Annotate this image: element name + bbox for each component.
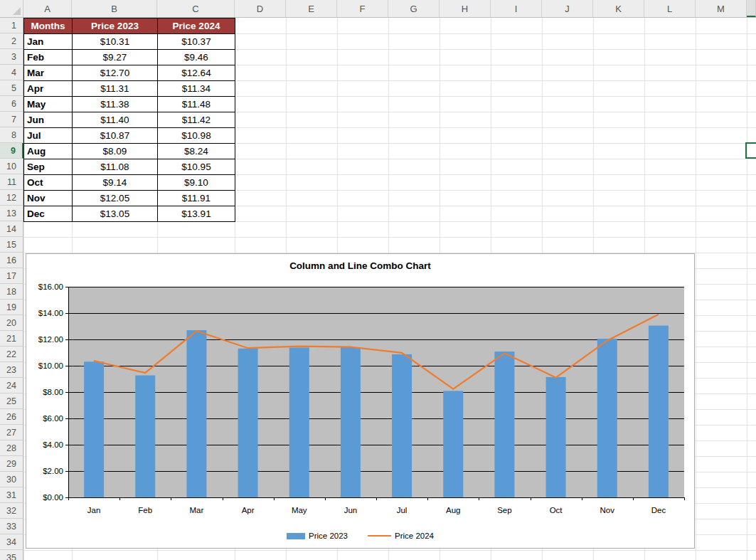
price-2024-cell[interactable]: $11.34 [158, 81, 235, 97]
row-header-18[interactable]: 18 [0, 284, 23, 300]
row-header-13[interactable]: 13 [0, 206, 23, 221]
select-all-triangle-icon [13, 7, 21, 15]
price-2023-cell[interactable]: $12.70 [73, 65, 158, 81]
row-header-8[interactable]: 8 [0, 127, 23, 143]
column-headers: ABCDEFGHIJKLM [0, 0, 756, 18]
month-cell[interactable]: Jul [24, 128, 73, 144]
row-header-20[interactable]: 20 [0, 315, 23, 331]
row-header-7[interactable]: 7 [0, 112, 23, 127]
price-2024-cell[interactable]: $11.42 [158, 112, 235, 128]
row-header-25[interactable]: 25 [0, 393, 23, 409]
row-header-14[interactable]: 14 [0, 221, 23, 237]
row-header-30[interactable]: 30 [0, 472, 23, 487]
month-cell[interactable]: Feb [24, 50, 73, 65]
select-all-button[interactable] [0, 0, 23, 17]
row-header-4[interactable]: 4 [0, 65, 23, 80]
row-header-27[interactable]: 27 [0, 425, 23, 440]
combo-chart-object[interactable]: Column and Line Combo Chart $0.00$2.00$4… [26, 253, 695, 549]
row-header-17[interactable]: 17 [0, 268, 23, 284]
price-2023-cell[interactable]: $11.31 [73, 81, 158, 97]
month-cell[interactable]: Nov [24, 191, 73, 206]
price-2024-cell[interactable]: $11.91 [158, 191, 235, 206]
bar [238, 349, 258, 497]
column-header-g[interactable]: G [388, 0, 440, 17]
row-header-9[interactable]: 9 [0, 143, 23, 159]
column-header-d[interactable]: D [235, 0, 286, 17]
column-header-e[interactable]: E [286, 0, 337, 17]
month-cell[interactable]: Jun [24, 112, 73, 128]
price-2024-cell[interactable]: $12.64 [158, 65, 235, 81]
column-header-i[interactable]: I [491, 0, 542, 17]
column-header-c[interactable]: C [157, 0, 235, 17]
column-header-b[interactable]: B [72, 0, 157, 17]
month-cell[interactable]: Aug [24, 144, 73, 159]
column-header-h[interactable]: H [440, 0, 491, 17]
row-header-3[interactable]: 3 [0, 49, 23, 65]
header-cell-price-2024[interactable]: Price 2024 [158, 19, 235, 34]
x-axis-label: Jul [397, 506, 408, 514]
column-header-selected-partial[interactable] [747, 0, 756, 17]
price-2024-cell[interactable]: $13.91 [158, 206, 235, 222]
column-header-j[interactable]: J [542, 0, 593, 17]
column-header-f[interactable]: F [337, 0, 388, 17]
y-axis-label: $8.00 [43, 388, 63, 396]
row-header-34[interactable]: 34 [0, 534, 23, 550]
row-header-10[interactable]: 10 [0, 159, 23, 174]
month-cell[interactable]: May [24, 97, 73, 112]
row-header-28[interactable]: 28 [0, 440, 23, 456]
price-2023-cell[interactable]: $8.09 [73, 144, 158, 159]
row-header-5[interactable]: 5 [0, 80, 23, 96]
row-header-32[interactable]: 32 [0, 503, 23, 519]
row-header-1[interactable]: 1 [0, 18, 23, 33]
month-cell[interactable]: Sep [24, 159, 73, 175]
column-header-a[interactable]: A [23, 0, 72, 17]
bar [341, 347, 361, 497]
column-header-l[interactable]: L [644, 0, 696, 17]
row-header-2[interactable]: 2 [0, 33, 23, 49]
price-2023-cell[interactable]: $10.87 [73, 128, 158, 144]
x-axis-label: Feb [138, 506, 152, 514]
row-header-15[interactable]: 15 [0, 237, 23, 253]
row-header-26[interactable]: 26 [0, 409, 23, 425]
row-header-29[interactable]: 29 [0, 456, 23, 472]
price-2023-cell[interactable]: $11.38 [73, 97, 158, 112]
month-cell[interactable]: Jan [24, 34, 73, 50]
row-header-11[interactable]: 11 [0, 174, 23, 190]
row-header-31[interactable]: 31 [0, 487, 23, 503]
x-axis-label: May [292, 506, 307, 514]
row-header-19[interactable]: 19 [0, 300, 23, 315]
price-2024-cell[interactable]: $9.46 [158, 50, 235, 65]
price-2024-cell[interactable]: $8.24 [158, 144, 235, 159]
price-2023-cell[interactable]: $10.31 [73, 34, 158, 50]
price-2024-cell[interactable]: $10.98 [158, 128, 235, 144]
month-cell[interactable]: Mar [24, 65, 73, 81]
row-header-35[interactable]: 35 [0, 550, 23, 560]
row-header-33[interactable]: 33 [0, 519, 23, 534]
price-2024-cell[interactable]: $9.10 [158, 175, 235, 191]
price-2023-cell[interactable]: $11.08 [73, 159, 158, 175]
active-cell-selection[interactable] [745, 142, 756, 159]
price-2024-cell[interactable]: $10.95 [158, 159, 235, 175]
row-header-22[interactable]: 22 [0, 347, 23, 362]
column-header-m[interactable]: M [696, 0, 747, 17]
month-cell[interactable]: Dec [24, 206, 73, 222]
month-cell[interactable]: Apr [24, 81, 73, 97]
row-header-23[interactable]: 23 [0, 362, 23, 378]
price-2023-cell[interactable]: $13.05 [73, 206, 158, 222]
row-header-12[interactable]: 12 [0, 190, 23, 206]
column-header-k[interactable]: K [593, 0, 644, 17]
price-2023-cell[interactable]: $9.27 [73, 50, 158, 65]
price-2024-cell[interactable]: $11.48 [158, 97, 235, 112]
month-cell[interactable]: Oct [24, 175, 73, 191]
row-header-6[interactable]: 6 [0, 96, 23, 112]
row-header-16[interactable]: 16 [0, 253, 23, 268]
row-header-21[interactable]: 21 [0, 331, 23, 347]
header-cell-price-2023[interactable]: Price 2023 [73, 19, 158, 34]
price-2023-cell[interactable]: $11.40 [73, 112, 158, 128]
price-2023-cell[interactable]: $9.14 [73, 175, 158, 191]
price-2023-cell[interactable]: $12.05 [73, 191, 158, 206]
header-cell-months[interactable]: Months [24, 19, 73, 34]
price-2024-cell[interactable]: $10.37 [158, 34, 235, 50]
bar [546, 377, 566, 497]
row-header-24[interactable]: 24 [0, 378, 23, 393]
